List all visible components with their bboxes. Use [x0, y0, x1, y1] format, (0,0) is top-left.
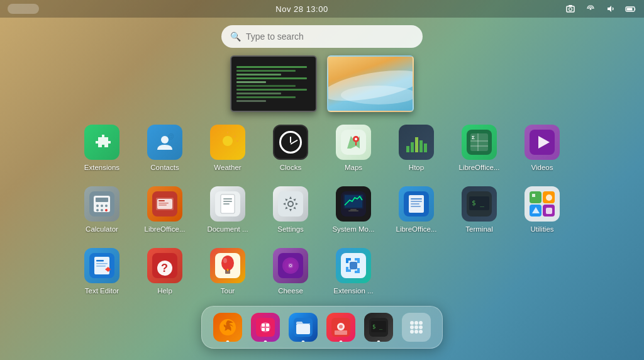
- app-document[interactable]: Document ...: [196, 181, 259, 238]
- dock-store[interactable]: [326, 313, 355, 342]
- svg-point-114: [419, 325, 423, 329]
- app-libreoffice-calc[interactable]: Σ LibreOffice...: [448, 120, 511, 176]
- cheese-label: Cheese: [278, 287, 303, 295]
- libreoffice-writer-icon: [399, 186, 434, 222]
- svg-text:?: ?: [161, 262, 168, 274]
- svg-point-34: [105, 205, 108, 207]
- cheese-icon: [273, 248, 308, 283]
- svg-rect-46: [223, 198, 232, 200]
- search-input[interactable]: [246, 31, 414, 42]
- app-htop[interactable]: Htop: [385, 120, 448, 176]
- dock-software[interactable]: [251, 313, 280, 342]
- svg-rect-60: [411, 201, 422, 202]
- app-calculator[interactable]: Calculator: [70, 181, 133, 238]
- app-maps[interactable]: Maps: [322, 120, 385, 176]
- svg-point-51: [289, 202, 292, 206]
- dock-terminal-btn[interactable]: $ _: [364, 313, 393, 342]
- svg-point-116: [414, 330, 418, 334]
- svg-point-1: [569, 8, 572, 11]
- window-previews: [230, 55, 414, 112]
- dock: $ _: [201, 306, 443, 349]
- svg-rect-59: [411, 198, 422, 200]
- utilities-icon: [525, 186, 560, 222]
- app-extension-manager[interactable]: Extension ...: [322, 243, 385, 300]
- svg-point-113: [414, 325, 418, 329]
- videos-icon: [525, 125, 560, 160]
- app-videos[interactable]: Videos: [511, 120, 574, 176]
- utilities-label: Utilities: [530, 225, 553, 233]
- screenshot-icon[interactable]: [565, 3, 576, 14]
- svg-point-109: [410, 321, 414, 325]
- app-tour[interactable]: Tour: [196, 243, 259, 300]
- svg-point-35: [96, 209, 99, 211]
- battery-icon[interactable]: [625, 3, 636, 14]
- app-settings[interactable]: Settings: [259, 181, 322, 238]
- app-utilities[interactable]: Utilities: [511, 181, 574, 238]
- terminal-preview[interactable]: [230, 55, 317, 112]
- network-icon[interactable]: [585, 3, 596, 14]
- svg-rect-17: [411, 142, 414, 152]
- svg-text:$ _: $ _: [372, 323, 383, 330]
- window-button[interactable]: [8, 4, 39, 14]
- svg-point-36: [101, 209, 103, 211]
- svg-rect-20: [424, 143, 427, 152]
- app-clocks[interactable]: Clocks: [259, 120, 322, 176]
- svg-rect-42: [158, 203, 169, 204]
- calculator-label: Calculator: [86, 225, 118, 233]
- wallpaper-preview[interactable]: [327, 55, 414, 112]
- help-icon: ?: [147, 248, 182, 283]
- svg-point-111: [419, 321, 423, 325]
- app-system-monitor[interactable]: System Mo...: [322, 181, 385, 238]
- app-contacts[interactable]: @ Contacts: [133, 120, 196, 176]
- svg-rect-68: [546, 208, 552, 214]
- htop-label: Htop: [409, 164, 424, 171]
- app-cheese[interactable]: Cheese: [259, 243, 322, 300]
- svg-point-9: [223, 136, 233, 146]
- app-text-editor[interactable]: Text Editor: [70, 243, 133, 300]
- app-extensions[interactable]: Extensions: [70, 120, 133, 176]
- svg-rect-61: [411, 203, 419, 205]
- extensions-label: Extensions: [84, 164, 119, 171]
- svg-point-104: [339, 325, 343, 329]
- libreoffice-calc-label: LibreOffice...: [459, 164, 500, 171]
- clocks-icon: [273, 125, 308, 160]
- htop-icon: [399, 125, 434, 160]
- app-libreoffice-impress[interactable]: LibreOffice...: [133, 181, 196, 238]
- svg-text:@: @: [168, 133, 174, 140]
- svg-rect-2: [569, 5, 572, 7]
- svg-rect-99: [266, 328, 269, 331]
- terminal-icon: $ _: [462, 186, 497, 222]
- app-weather[interactable]: Weather: [196, 120, 259, 176]
- app-help[interactable]: ? Help: [133, 243, 196, 300]
- svg-rect-101: [296, 324, 310, 334]
- svg-rect-96: [262, 323, 265, 327]
- app-libreoffice-writer[interactable]: LibreOffice...: [385, 181, 448, 238]
- system-tray: [565, 3, 636, 14]
- app-grid: Extensions @ Contacts Weather Clocks Map…: [70, 120, 574, 300]
- svg-rect-56: [350, 209, 357, 210]
- help-label: Help: [157, 287, 172, 295]
- svg-rect-47: [223, 201, 232, 202]
- svg-point-90: [290, 265, 291, 266]
- app-terminal[interactable]: $ _ Terminal: [448, 181, 511, 238]
- volume-icon[interactable]: [605, 3, 616, 14]
- text-editor-label: Text Editor: [85, 287, 119, 295]
- terminal-label: Terminal: [465, 225, 492, 233]
- maps-label: Maps: [345, 164, 362, 171]
- svg-rect-98: [262, 328, 265, 331]
- dock-files[interactable]: [289, 313, 318, 342]
- contacts-icon: @: [147, 125, 182, 160]
- svg-rect-72: [96, 263, 108, 264]
- svg-rect-48: [223, 203, 230, 205]
- weather-icon: [210, 125, 245, 160]
- dock-firefox[interactable]: [213, 313, 242, 342]
- svg-rect-71: [96, 260, 104, 262]
- settings-icon: [273, 186, 308, 222]
- svg-point-84: [227, 269, 229, 271]
- svg-point-32: [96, 205, 99, 207]
- weather-label: Weather: [214, 164, 241, 171]
- libreoffice-impress-label: LibreOffice...: [145, 225, 186, 233]
- dock-apps-grid[interactable]: [402, 313, 431, 342]
- search-icon: 🔍: [230, 31, 241, 42]
- search-bar[interactable]: 🔍: [221, 25, 423, 48]
